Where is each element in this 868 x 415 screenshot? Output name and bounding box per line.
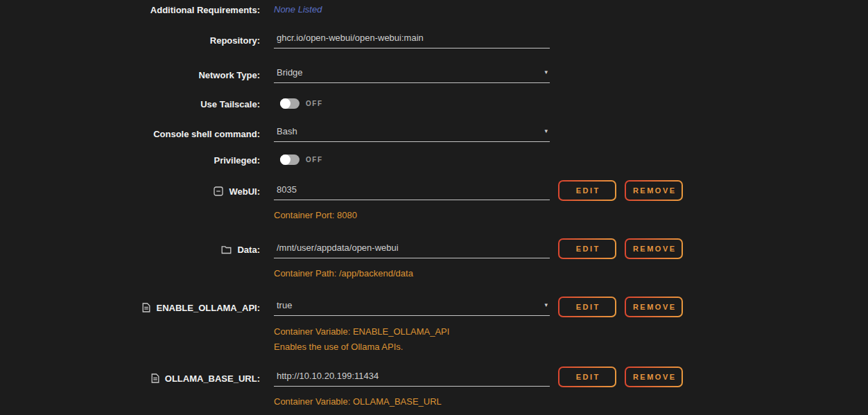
chevron-down-icon: ▾ [544, 301, 548, 308]
use-tailscale-label: Use Tailscale: [0, 98, 260, 110]
enable-ollama-api-remove-button[interactable]: REMOVE [625, 297, 683, 317]
data-edit-button[interactable]: EDIT [558, 238, 616, 259]
ollama-base-url-remove-button[interactable]: REMOVE [625, 367, 683, 387]
enable-ollama-api-edit-button[interactable]: EDIT [558, 297, 616, 317]
chevron-down-icon: ▾ [544, 127, 548, 134]
privileged-state: OFF [306, 156, 323, 164]
ollama-base-url-edit-button[interactable]: EDIT [558, 367, 616, 387]
enable-ollama-api-description: Container Variable: ENABLE_OLLAMA_API [274, 326, 449, 337]
toggle-knob [280, 98, 290, 109]
ollama-base-url-label: OLLAMA_BASE_URL: [0, 372, 260, 385]
ollama-base-url-description: Container Variable: OLLAMA_BASE_URL [274, 396, 442, 407]
webui-port-label: WebUI: [0, 185, 260, 197]
file-icon [142, 303, 150, 312]
console-shell-command-select[interactable]: Bash ▾ [274, 124, 550, 142]
toggle-knob [280, 154, 290, 165]
ollama-base-url-input[interactable] [274, 369, 550, 387]
network-type-label: Network Type: [0, 69, 260, 81]
data-path-label: Data: [0, 243, 260, 256]
enable-ollama-api-help: Enables the use of Ollama APIs. [274, 342, 403, 352]
data-path-description: Container Path: /app/backend/data [274, 268, 413, 279]
use-tailscale-toggle[interactable] [280, 98, 300, 109]
network-type-select[interactable]: Bridge ▾ [274, 65, 550, 83]
data-remove-button[interactable]: REMOVE [625, 238, 683, 259]
docker-container-settings-form: Additional Requirements: None Listed Rep… [0, 0, 868, 415]
webui-edit-button[interactable]: EDIT [558, 180, 616, 201]
webui-remove-button[interactable]: REMOVE [625, 180, 683, 201]
port-icon [214, 186, 223, 196]
webui-port-description: Container Port: 8080 [274, 210, 357, 220]
console-shell-command-label: Console shell command: [0, 127, 260, 140]
repository-input[interactable] [274, 30, 550, 48]
additional-requirements-label: Additional Requirements: [0, 3, 260, 16]
enable-ollama-api-select[interactable]: true ▾ [274, 298, 550, 316]
data-path-input[interactable] [274, 240, 550, 258]
folder-icon [221, 245, 232, 254]
chevron-down-icon: ▾ [544, 69, 548, 76]
privileged-label: Privileged: [0, 154, 260, 166]
file-icon [151, 373, 159, 383]
additional-requirements-value-link[interactable]: None Listed [274, 4, 322, 15]
privileged-toggle[interactable] [280, 154, 300, 165]
enable-ollama-api-label: ENABLE_OLLAMA_API: [0, 301, 260, 314]
use-tailscale-state: OFF [306, 100, 323, 107]
repository-label: Repository: [0, 34, 260, 46]
webui-port-input[interactable] [274, 182, 550, 200]
